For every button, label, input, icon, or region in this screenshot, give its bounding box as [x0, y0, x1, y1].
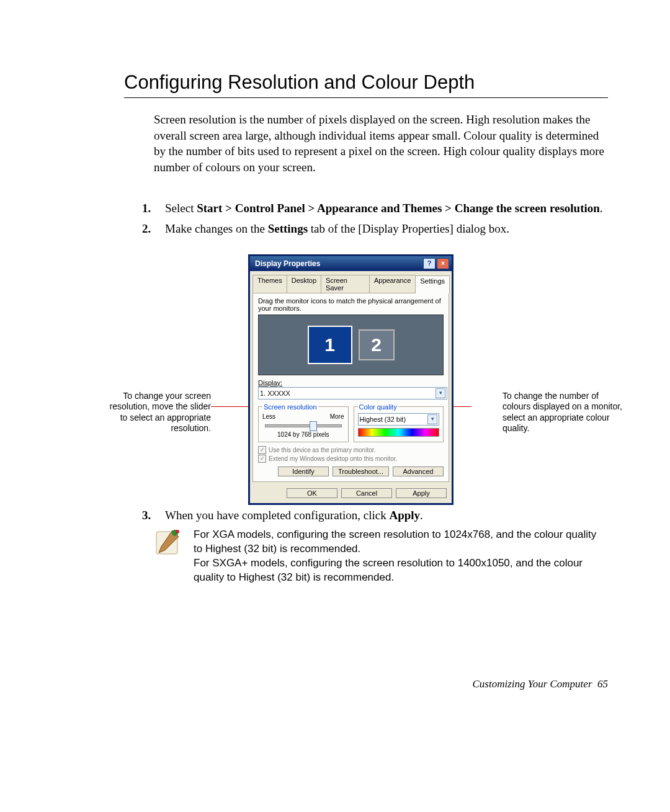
monitor-2-icon[interactable]: 2 [359, 329, 395, 360]
step1-text: Select [165, 202, 197, 215]
footer-section: Customizing Your Computer [472, 678, 592, 690]
resolution-readout: 1024 by 768 pixels [262, 431, 344, 438]
slider-less-label: Less [262, 413, 275, 420]
dialog-tabs: Themes Desktop Screen Saver Appearance S… [250, 271, 452, 293]
dialog-title: Display Properties [255, 259, 320, 268]
step3-bold: Apply [389, 509, 420, 522]
title-separator [124, 97, 608, 98]
display-properties-dialog: Display Properties ? × Themes Desktop Sc… [248, 254, 453, 505]
step-3: When you have completed configuration, c… [154, 507, 608, 524]
color-quality-select[interactable]: Highest (32 bit) ▾ [358, 413, 440, 426]
note-block: For XGA models, configuring the screen r… [154, 528, 608, 585]
step1-tail: . [600, 202, 603, 215]
step2-a: Make changes on the [165, 222, 268, 235]
tab-settings[interactable]: Settings [415, 275, 450, 293]
primary-monitor-checkbox[interactable]: ✓ [258, 446, 266, 454]
note-text: For XGA models, configuring the screen r… [194, 528, 608, 585]
step3-a: When you have completed configuration, c… [165, 509, 389, 522]
footer-page-number: 65 [597, 678, 608, 690]
tab-desktop[interactable]: Desktop [287, 275, 321, 293]
step2-b: tab of the [Display Properties] dialog b… [308, 222, 509, 235]
arrangement-instruction: Drag the monitor icons to match the phys… [258, 297, 444, 312]
monitor-options: ✓ Use this device as the primary monitor… [258, 446, 444, 463]
step-1: Select Start > Control Panel > Appearanc… [154, 200, 608, 216]
tab-themes[interactable]: Themes [252, 275, 287, 293]
instruction-list: Select Start > Control Panel > Appearanc… [124, 200, 608, 237]
page-title: Configuring Resolution and Colour Depth [124, 71, 608, 94]
step1-path-bold: Start > Control Panel > Appearance and T… [197, 202, 600, 215]
display-select-value: 1. XXXXX [260, 390, 290, 397]
step3-b: . [420, 509, 423, 522]
page-footer: Customizing Your Computer 65 [124, 678, 608, 690]
slider-rail [265, 424, 342, 427]
color-quality-legend: Color quality [358, 403, 398, 411]
apply-button[interactable]: Apply [396, 488, 447, 498]
slider-more-label: More [330, 413, 344, 420]
resolution-slider[interactable] [262, 421, 344, 430]
callout-line-right [453, 406, 471, 407]
monitor-1-icon[interactable]: 1 [308, 326, 352, 364]
callout-right: To change the number of colours displaye… [502, 391, 627, 434]
primary-monitor-label: Use this device as the primary monitor. [269, 447, 375, 453]
instruction-list-cont: When you have completed configuration, c… [124, 507, 608, 524]
extend-desktop-label: Extend my Windows desktop onto this moni… [269, 455, 397, 462]
display-label: Display: [258, 379, 444, 386]
note-p1: For XGA models, configuring the screen r… [194, 528, 608, 556]
close-button[interactable]: × [437, 258, 449, 269]
slider-thumb[interactable] [310, 421, 317, 431]
screen-resolution-group: Screen resolution Less More 1024 by 768 … [258, 403, 349, 442]
tab-screen-saver[interactable]: Screen Saver [321, 275, 370, 293]
step2-bold: Settings [268, 222, 308, 235]
callout-left: To change your screen resolution, move t… [105, 391, 211, 434]
dialog-footer: OK Cancel Apply [250, 484, 452, 503]
cancel-button[interactable]: Cancel [341, 488, 392, 498]
step-2: Make changes on the Settings tab of the … [154, 221, 608, 237]
troubleshoot-button[interactable]: Troubleshoot... [333, 466, 389, 476]
dialog-body: Drag the monitor icons to match the phys… [252, 293, 449, 482]
chevron-down-icon[interactable]: ▾ [436, 388, 445, 398]
intro-paragraph: Screen resolution is the number of pixel… [154, 112, 608, 176]
ok-button[interactable]: OK [287, 488, 337, 498]
svg-point-2 [176, 530, 179, 533]
dialog-titlebar[interactable]: Display Properties ? × [250, 256, 452, 271]
color-spectrum-icon [358, 428, 440, 437]
chevron-down-icon[interactable]: ▾ [427, 414, 437, 424]
note-pencil-icon [154, 528, 182, 556]
color-quality-value: Highest (32 bit) [360, 416, 406, 423]
extend-desktop-checkbox[interactable]: ✓ [258, 455, 266, 463]
color-quality-group: Color quality Highest (32 bit) ▾ [354, 403, 444, 442]
screen-resolution-legend: Screen resolution [262, 403, 318, 411]
monitor-arrangement[interactable]: 1 2 [258, 315, 444, 375]
advanced-button[interactable]: Advanced [393, 466, 444, 476]
settings-buttons: Identify Troubleshoot... Advanced [258, 466, 444, 476]
dialog-screenshot-figure: To change your screen resolution, move t… [124, 254, 608, 490]
identify-button[interactable]: Identify [278, 466, 329, 476]
tab-appearance[interactable]: Appearance [369, 275, 416, 293]
display-select[interactable]: 1. XXXXX ▾ [258, 387, 447, 399]
note-p2: For SXGA+ models, configuring the screen… [194, 556, 608, 585]
help-button[interactable]: ? [423, 258, 436, 269]
